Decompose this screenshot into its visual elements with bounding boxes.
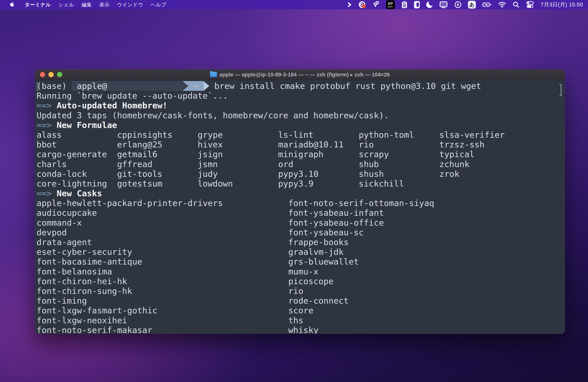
scrollbar-mark: ] bbox=[558, 82, 564, 97]
minimize-button[interactable] bbox=[48, 72, 54, 77]
xppen-icon[interactable]: XP pen bbox=[386, 0, 395, 9]
package-name: ord bbox=[278, 159, 359, 169]
text-segment bbox=[52, 101, 57, 110]
display-icon[interactable] bbox=[439, 0, 448, 9]
spotlight-search-icon[interactable] bbox=[513, 0, 520, 9]
input-source-badge[interactable]: あ bbox=[468, 1, 476, 9]
playback-icon[interactable] bbox=[454, 0, 462, 9]
apple-menu[interactable] bbox=[8, 0, 17, 9]
control-center-icon[interactable] bbox=[526, 0, 534, 9]
package-name: grs-bluewallet bbox=[288, 257, 358, 266]
desktop: { "menubar": { "menus": ["ターミナル", "シェル",… bbox=[0, 0, 588, 382]
terminal-line: font-belanosimamumu-x bbox=[37, 267, 563, 276]
package-name: git-tools bbox=[117, 169, 198, 179]
package-name: graalvm-jdk bbox=[288, 247, 344, 257]
package-name: pypy3.10 bbox=[278, 169, 359, 179]
menubar-status-area: XP pen あ bbox=[347, 0, 588, 9]
package-name: picoscope bbox=[288, 276, 334, 286]
menubar-left: ターミナル シェル 編集 表示 ウインドウ ヘルプ bbox=[0, 0, 170, 9]
focus-moon-icon[interactable] bbox=[426, 0, 433, 9]
prompt-mark-left: [ bbox=[35, 81, 40, 92]
menu-item-terminal[interactable]: ターミナル bbox=[21, 1, 55, 8]
package-name: lowdown bbox=[198, 179, 278, 189]
arrow-prefix: ==> bbox=[37, 120, 52, 130]
package-name: rode-connect bbox=[288, 296, 349, 306]
package-name: mumu-x bbox=[288, 267, 318, 276]
terminal-line: apple-hewlett-packard-printer-driversfon… bbox=[37, 198, 563, 208]
swirl-app-icon[interactable] bbox=[359, 0, 365, 9]
terminal-body[interactable]: [ ] (base) apple@ ~ brew install cmake p… bbox=[35, 80, 565, 334]
output-text: Updated 3 taps (homebrew/cask-fonts, hom… bbox=[37, 110, 389, 120]
package-name: font-lxgw-fasmart-gothic bbox=[37, 306, 288, 315]
terminal-line: font-imingrode-connect bbox=[37, 296, 563, 306]
package-name: font-chiron-sung-hk bbox=[37, 286, 288, 296]
package-name: grype bbox=[198, 130, 278, 140]
package-name: eset-cyber-security bbox=[37, 247, 288, 257]
terminal-line: Updated 3 taps (homebrew/cask-fonts, hom… bbox=[37, 110, 563, 120]
terminal-line: font-bacasime-antiquegrs-bluewallet bbox=[37, 257, 563, 266]
package-name: whisky bbox=[288, 325, 318, 334]
titlebar[interactable]: apple — apple@ip-10-89-3-184 — ~ — zsh (… bbox=[35, 69, 565, 80]
terminal-line: drata-agentfrappe-books bbox=[37, 237, 563, 247]
terminal-line: bboterlang@25hivexmariadb@10.11riotrzsz-… bbox=[37, 140, 563, 149]
section-header: Auto-updated Homebrew! bbox=[57, 101, 168, 110]
powerline-arrow-icon bbox=[203, 81, 209, 91]
location-disabled-icon[interactable] bbox=[372, 0, 379, 9]
package-name: core-lightning bbox=[37, 179, 117, 189]
package-name: trzsz-ssh bbox=[439, 140, 484, 149]
powerline-arrow-icon bbox=[183, 81, 189, 91]
terminal-line: devpodfont-ysabeau-sc bbox=[37, 228, 563, 237]
menu-item-window[interactable]: ウインドウ bbox=[113, 1, 147, 8]
menu-item-shell[interactable]: シェル bbox=[55, 1, 78, 8]
menu-item-help[interactable]: ヘルプ bbox=[147, 1, 170, 8]
clipboard-icon[interactable] bbox=[401, 0, 408, 9]
command-text: brew install cmake protobuf rust python@… bbox=[209, 81, 481, 91]
package-name: jsmn bbox=[198, 159, 278, 169]
package-name: rio bbox=[288, 286, 303, 296]
close-button[interactable] bbox=[40, 72, 45, 77]
package-name: font-noto-serif-ottoman-siyaq bbox=[288, 198, 434, 208]
package-name: typical bbox=[439, 149, 474, 159]
package-name: judy bbox=[198, 169, 278, 179]
package-name: gotestsum bbox=[117, 179, 198, 189]
package-name: ths bbox=[288, 316, 303, 325]
apple-logo-icon bbox=[9, 1, 15, 8]
output-text: Running `brew update --auto-update`... bbox=[37, 91, 228, 101]
terminal-line: Running `brew update --auto-update`... bbox=[37, 91, 563, 101]
menu-item-edit[interactable]: 編集 bbox=[78, 1, 95, 8]
terminal-line: font-noto-serif-makasarwhisky bbox=[37, 325, 563, 334]
window-title: apple — apple@ip-10-89-3-184 — ~ — zsh (… bbox=[219, 72, 390, 78]
prompt-conda-env: (base) bbox=[37, 81, 72, 91]
package-name: audiocupcake bbox=[37, 208, 288, 218]
section-header: New Casks bbox=[57, 189, 102, 198]
package-name: alass bbox=[37, 130, 117, 140]
terminal-line: conda-lockgit-toolsjudypypy3.10shushzrok bbox=[37, 169, 563, 179]
text-segment bbox=[52, 120, 57, 130]
terminal-line: font-lxgw-neoxiheiths bbox=[37, 316, 563, 325]
package-name: font-ysabeau-office bbox=[288, 218, 384, 228]
package-name: scrapy bbox=[359, 149, 439, 159]
package-name: bbot bbox=[37, 140, 117, 149]
package-name: slsa-verifier bbox=[439, 130, 505, 140]
package-name: font-ysabeau-sc bbox=[288, 228, 364, 237]
package-name: font-noto-serif-makasar bbox=[37, 325, 288, 334]
arrow-prefix: ==> bbox=[37, 101, 52, 110]
terminal-line: font-chiron-hei-hkpicoscope bbox=[37, 276, 563, 286]
text-segment bbox=[52, 189, 57, 198]
arrow-prefix: ==> bbox=[37, 189, 52, 198]
sidecar-tablet-icon[interactable] bbox=[414, 0, 420, 9]
package-name: apple-hewlett-packard-printer-drivers bbox=[37, 198, 288, 208]
menubar-clock[interactable]: 7月3日(月) 15:50 bbox=[541, 1, 583, 8]
package-name: minigraph bbox=[278, 149, 359, 159]
package-name: shub bbox=[359, 159, 439, 169]
battery-charging-icon[interactable] bbox=[482, 0, 492, 9]
zoom-button[interactable] bbox=[57, 72, 62, 77]
wifi-icon[interactable] bbox=[498, 0, 506, 9]
menu-item-view[interactable]: 表示 bbox=[95, 1, 113, 8]
package-name: shush bbox=[359, 169, 439, 179]
package-name: conda-lock bbox=[37, 169, 117, 179]
terminal-line: command-xfont-ysabeau-office bbox=[37, 218, 563, 228]
terminal-line: font-chiron-sung-hkrio bbox=[37, 286, 563, 296]
chevron-cli-icon[interactable] bbox=[347, 0, 352, 9]
terminal-line: font-lxgw-fasmart-gothicscore bbox=[37, 306, 563, 315]
